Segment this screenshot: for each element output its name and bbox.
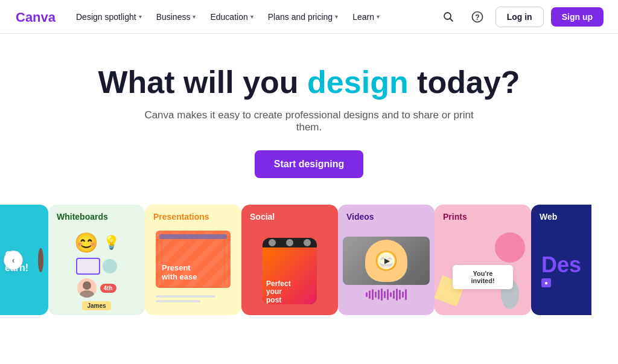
navbar: Canva Design spotlight ▾ Business ▾ Educ… — [0, 0, 618, 34]
nav-right: ? Log in Sign up — [438, 6, 604, 28]
so-phone-mockup: Perfectyourpost — [263, 238, 317, 304]
hero-title: What will you design today? — [98, 65, 520, 100]
nav-item-education[interactable]: Education ▾ — [204, 7, 259, 27]
card-social[interactable]: Social Perfectyourpost — [241, 205, 338, 315]
we-content: Des ● — [537, 249, 586, 292]
nav-left: Canva Design spotlight ▾ Business ▾ Educ… — [14, 7, 386, 27]
cs-avatar — [38, 248, 43, 272]
chevron-down-icon: ▾ — [335, 13, 338, 20]
card-vi-label: Videos — [338, 205, 435, 226]
hero-subtitle: Canva makes it easy to create profession… — [140, 109, 478, 133]
wb-bottom-row: 4th — [77, 278, 116, 298]
wb-circle — [103, 259, 117, 273]
card-prints[interactable]: Prints You're invited! — [435, 205, 531, 315]
card-pt-label: Prints — [435, 205, 531, 226]
pr-tool-line — [156, 295, 215, 298]
pr-slide-text: Presentwith ease — [162, 264, 197, 282]
chevron-down-icon: ▾ — [193, 13, 196, 20]
we-partial-text: Des — [541, 254, 581, 276]
pr-slide: Presentwith ease — [156, 231, 231, 288]
vi-waveform — [343, 289, 430, 301]
vi-thumbnail: 😄 ▶ — [343, 237, 430, 285]
svg-point-5 — [83, 281, 91, 290]
chevron-down-icon: ▾ — [139, 13, 142, 20]
wb-emoji: 😊 — [74, 231, 98, 254]
pr-content: Presentwith ease — [145, 231, 241, 311]
svg-text:?: ? — [475, 13, 479, 22]
nav-item-business[interactable]: Business ▾ — [150, 7, 202, 27]
nav-item-learn[interactable]: Learn ▾ — [346, 7, 386, 27]
login-button[interactable]: Log in — [495, 7, 544, 27]
svg-text:Canva: Canva — [16, 10, 56, 25]
wb-person-avatar — [77, 278, 97, 298]
so-phone-image: Perfectyourpost — [263, 247, 317, 304]
svg-point-6 — [80, 290, 94, 298]
pr-canva-bar — [159, 234, 227, 239]
pt-invite-card: You're invited! — [453, 265, 513, 289]
card-web[interactable]: Web Des ● — [531, 205, 591, 315]
help-button[interactable]: ? — [467, 6, 488, 28]
card-we-label: Web — [531, 205, 591, 226]
so-content: Perfectyourpost — [241, 234, 338, 308]
card-presentations[interactable]: Presentations Presentwith ease — [145, 205, 241, 315]
pr-toolbar — [150, 292, 237, 306]
hero-section: What will you design today? Canva makes … — [0, 34, 618, 200]
category-cards-strip: ‹ cs earn! Whiteboards 😊 💡 — [0, 205, 618, 315]
card-videos[interactable]: Videos 😄 ▶ — [338, 205, 435, 315]
nav-item-design-spotlight[interactable]: Design spotlight ▾ — [70, 7, 148, 27]
card-so-label: Social — [241, 205, 338, 226]
vi-play-button: ▶ — [378, 252, 395, 269]
card-wb-label: Whiteboards — [48, 205, 145, 226]
so-status-bar — [263, 238, 317, 247]
vi-content: 😄 ▶ — [338, 237, 435, 305]
we-badge: ● — [541, 278, 551, 287]
start-designing-button[interactable]: Start designing — [255, 150, 363, 178]
pt-shape-circle — [495, 232, 525, 263]
pr-tool-line-2 — [156, 300, 200, 302]
wb-shapes — [76, 258, 117, 275]
wb-count-badge: 4th — [100, 284, 116, 293]
card-pr-label: Presentations — [145, 205, 241, 226]
search-button[interactable] — [438, 6, 459, 28]
cards-wrapper: cs earn! Whiteboards 😊 💡 — [0, 205, 618, 315]
so-phone-text: Perfectyourpost — [266, 280, 291, 304]
chevron-down-icon: ▾ — [250, 13, 253, 20]
wb-content: 😊 💡 4th James — [69, 226, 124, 315]
cards-prev-button[interactable]: ‹ — [4, 251, 23, 270]
svg-line-2 — [450, 18, 453, 21]
wb-name-tag: James — [82, 301, 110, 310]
wb-lightbulb-emoji: 💡 — [103, 235, 119, 251]
card-whiteboards[interactable]: Whiteboards 😊 💡 4th — [48, 205, 145, 315]
signup-button[interactable]: Sign up — [551, 7, 604, 27]
chevron-down-icon: ▾ — [377, 13, 380, 20]
nav-item-plans-pricing[interactable]: Plans and pricing ▾ — [262, 7, 344, 27]
wb-rectangle — [76, 258, 100, 275]
canva-logo[interactable]: Canva — [14, 8, 58, 25]
